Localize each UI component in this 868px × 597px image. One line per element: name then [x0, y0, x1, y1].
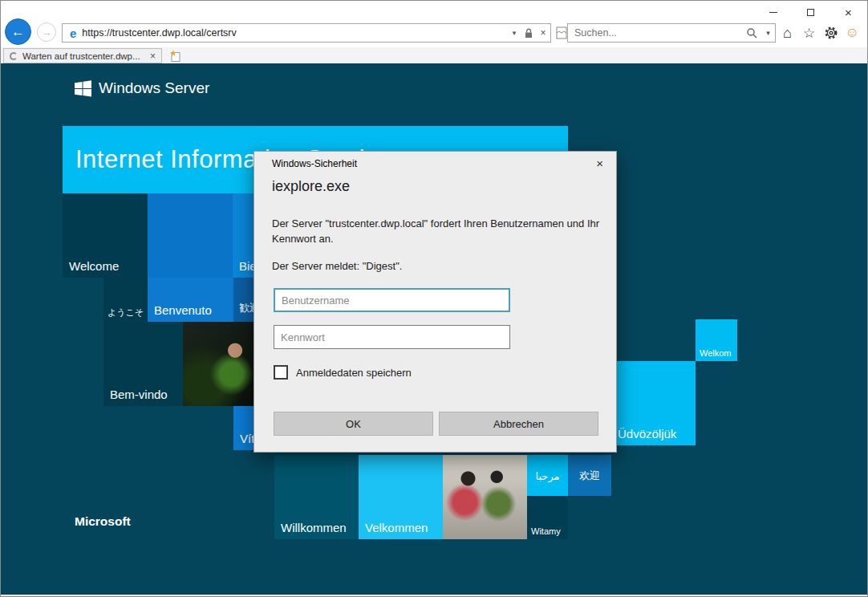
- search-box[interactable]: ▾: [567, 23, 776, 43]
- photo-tile-people: [443, 455, 527, 539]
- browser-chrome: × ← → e https://trustcenter.dwp.local/ce…: [1, 1, 867, 63]
- brand-text: Windows Server: [99, 79, 209, 97]
- remember-credentials-row: Anmeldedaten speichern: [274, 365, 412, 380]
- tile-label: Welcome: [69, 259, 119, 273]
- tile-benvenuto: Benvenuto: [148, 278, 233, 322]
- search-button[interactable]: [742, 27, 761, 39]
- tile-label: Willkommen: [281, 521, 347, 534]
- search-icon: [746, 27, 757, 39]
- tile-label: Üdvözöljük: [618, 427, 676, 441]
- dialog-close-button[interactable]: ×: [592, 155, 607, 172]
- tile-welcome: Welcome: [63, 193, 147, 278]
- windows-flag-icon: [75, 80, 91, 97]
- tile-welkom: Welkom: [696, 319, 737, 361]
- url-text: https://trustcenter.dwp.local/certsrv: [82, 27, 507, 39]
- tile-witamy: Witamy: [527, 496, 568, 539]
- tab-title: Warten auf trustcenter.dwp...: [22, 51, 148, 61]
- window-bottom-border: [1, 595, 867, 596]
- ssl-lock-icon: [521, 24, 536, 42]
- back-icon: ←: [11, 24, 25, 40]
- ok-button[interactable]: OK: [274, 412, 433, 436]
- stop-button[interactable]: ×: [536, 24, 550, 42]
- maximize-icon: [807, 9, 814, 16]
- remember-checkbox[interactable]: [274, 365, 288, 380]
- remember-label: Anmeldedaten speichern: [296, 367, 412, 379]
- close-icon: ×: [845, 6, 852, 18]
- address-dropdown-button[interactable]: ▾: [507, 24, 521, 42]
- microsoft-logo-text: Microsoft: [75, 514, 131, 529]
- dialog-server-message: Der Server meldet: "Digest".: [272, 260, 402, 272]
- tab-close-button[interactable]: ×: [148, 51, 158, 62]
- smiley-icon: ☺: [846, 25, 859, 41]
- tile-label: Benvenuto: [154, 303, 212, 317]
- tile-udvozoljuk: Üdvözöljük: [611, 361, 696, 445]
- tile-willkommen: Willkommen: [274, 455, 359, 539]
- tile-label: مرحبا: [527, 469, 568, 481]
- tab-bar: Warten auf trustcenter.dwp... ×: [1, 47, 867, 63]
- toolbar-icons: ⌂ ☆ ☺: [777, 23, 863, 43]
- tile-bem-vindo: Bem-vindo: [103, 322, 183, 406]
- tile-label: Welkom: [700, 348, 732, 358]
- browser-window: × ← → e https://trustcenter.dwp.local/ce…: [0, 0, 868, 597]
- stop-icon: ×: [540, 27, 546, 39]
- tile-marhaba: مرحبا: [527, 455, 568, 496]
- tile-label: Witamy: [531, 526, 561, 536]
- dialog-title: Windows-Sicherheit: [272, 158, 357, 169]
- new-tab-button[interactable]: [166, 49, 184, 63]
- password-input[interactable]: [274, 325, 510, 349]
- tile-huanying: 欢迎: [568, 455, 611, 496]
- page-content: Windows Server Internet Information Serv…: [1, 63, 867, 595]
- home-button[interactable]: ⌂: [777, 23, 798, 43]
- settings-button[interactable]: [820, 23, 842, 43]
- ie-icon: e: [70, 27, 76, 39]
- favorites-button[interactable]: ☆: [798, 23, 820, 43]
- home-icon: ⌂: [783, 25, 792, 42]
- tile-label: ようこそ: [107, 307, 144, 319]
- back-button[interactable]: ←: [5, 18, 31, 45]
- dialog-app-name: iexplore.exe: [272, 178, 350, 195]
- chevron-down-icon: ▾: [513, 29, 517, 37]
- credential-dialog: Windows-Sicherheit × iexplore.exe Der Se…: [254, 151, 617, 453]
- star-icon: ☆: [803, 25, 815, 42]
- search-input[interactable]: [568, 24, 742, 42]
- gear-icon: [824, 26, 838, 40]
- maximize-button[interactable]: [792, 1, 829, 23]
- minimize-icon: [769, 12, 777, 13]
- broken-page-icon: [556, 26, 567, 39]
- loading-spinner-icon: [10, 52, 18, 60]
- username-input[interactable]: [274, 288, 510, 312]
- tile-label: Bem-vindo: [110, 388, 168, 401]
- window-close-button[interactable]: ×: [829, 1, 867, 23]
- new-tab-icon: [169, 50, 181, 63]
- search-dropdown-button[interactable]: ▾: [761, 29, 775, 37]
- chevron-down-icon: ▾: [766, 29, 770, 37]
- tile-plain-blue: [148, 193, 233, 278]
- tab-loading[interactable]: Warten auf trustcenter.dwp... ×: [3, 48, 162, 63]
- forward-icon: →: [42, 26, 52, 39]
- tile-yokoso: ようこそ: [103, 278, 148, 322]
- tile-label: 欢迎: [568, 469, 611, 483]
- minimize-button[interactable]: [754, 1, 792, 23]
- caption-buttons: ×: [754, 1, 867, 23]
- address-bar[interactable]: e https://trustcenter.dwp.local/certsrv …: [62, 23, 551, 43]
- tile-label: Velkommen: [365, 521, 428, 534]
- windows-server-logo: Windows Server: [75, 79, 209, 97]
- forward-button[interactable]: →: [37, 22, 56, 42]
- tile-velkommen: Velkommen: [359, 455, 443, 539]
- cancel-button[interactable]: Abbrechen: [439, 412, 598, 436]
- dialog-message: Der Server "trustcenter.dwp.local" forde…: [272, 216, 609, 246]
- feedback-button[interactable]: ☺: [842, 23, 863, 43]
